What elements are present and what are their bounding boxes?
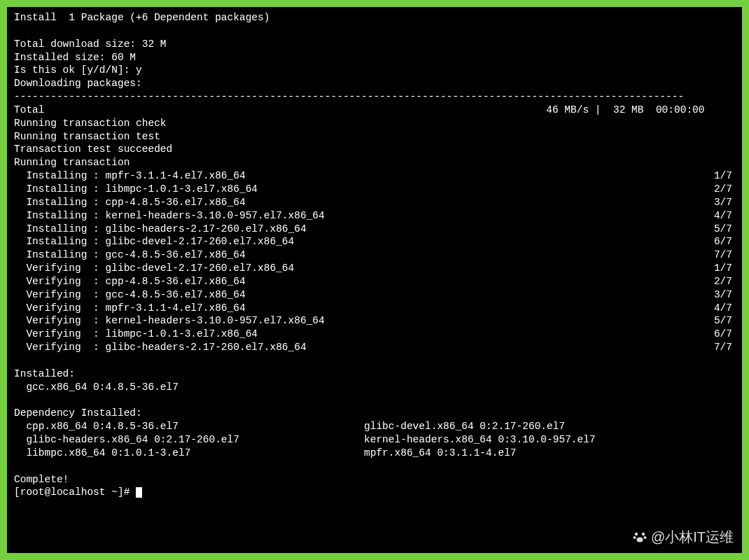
action-text: Installing : glibc-headers-2.17-260.el7.… [14,223,307,236]
dependency-row: cpp.x86_64 0:4.8.5-36.el7glibc-devel.x86… [14,420,735,433]
svg-point-0 [635,533,638,536]
running-transaction: Running transaction [14,156,735,169]
action-text: Verifying : mpfr-3.1.1-4.el7.x86_64 [14,302,246,315]
action-count: 4/7 [714,209,735,223]
terminal-window[interactable]: Install 1 Package (+6 Dependent packages… [7,7,742,553]
watermark: @小林IT运维 [631,528,734,546]
dependency-row: libmpc.x86_64 0:1.0.1-3.el7mpfr.x86_64 0… [14,447,735,460]
dependency-item: glibc-devel.x86_64 0:2.17-260.el7 [364,420,735,433]
action-count: 3/7 [714,196,735,209]
installed-item: gcc.x86_64 0:4.8.5-36.el7 [14,381,735,394]
actions-list: Installing : mpfr-3.1.1-4.el7.x86_641/7 … [14,169,735,354]
action-row: Verifying : libmpc-1.0.1-3.el7.x86_646/7 [14,328,735,341]
transaction-check: Running transaction check [14,117,735,130]
dependency-header: Dependency Installed: [14,407,735,420]
action-text: Verifying : cpp-4.8.5-36.el7.x86_64 [14,275,246,288]
total-line: Total 46 MB/s | 32 MB 00:00:00 [14,104,735,117]
action-text: Installing : libmpc-1.0.1-3.el7.x86_64 [14,183,258,196]
action-count: 3/7 [714,288,735,302]
blank-line [14,24,735,38]
complete-line: Complete! [14,473,735,486]
action-row: Installing : gcc-4.8.5-36.el7.x86_647/7 [14,248,735,262]
action-row: Verifying : gcc-4.8.5-36.el7.x86_643/7 [14,288,735,302]
dependency-item: cpp.x86_64 0:4.8.5-36.el7 [14,420,364,433]
dependency-item: mpfr.x86_64 0:3.1.1-4.el7 [364,447,735,460]
action-text: Installing : gcc-4.8.5-36.el7.x86_64 [14,248,246,262]
action-row: Verifying : glibc-headers-2.17-260.el7.x… [14,341,735,354]
action-count: 5/7 [714,223,735,236]
download-size: Total download size: 32 M [14,38,735,51]
action-text: Installing : kernel-headers-3.10.0-957.e… [14,209,325,223]
total-label: Total [14,104,45,117]
svg-point-3 [643,536,646,539]
dependency-item: glibc-headers.x86_64 0:2.17-260.el7 [14,433,364,447]
downloading-packages: Downloading packages: [14,77,735,90]
divider-line: ----------------------------------------… [14,90,735,104]
watermark-text: @小林IT运维 [651,528,734,546]
paw-icon [631,528,648,545]
action-count: 7/7 [714,341,735,354]
action-row: Installing : libmpc-1.0.1-3.el7.x86_642/… [14,183,735,196]
action-text: Verifying : libmpc-1.0.1-3.el7.x86_64 [14,328,258,341]
action-text: Verifying : kernel-headers-3.10.0-957.el… [14,314,325,328]
prompt-text: [root@localhost ~]# [14,486,136,498]
blank-line [14,460,735,473]
svg-point-1 [642,533,645,536]
action-text: Verifying : glibc-devel-2.17-260.el7.x86… [14,262,294,275]
dependency-row: glibc-headers.x86_64 0:2.17-260.el7kerne… [14,433,735,447]
dependency-item: kernel-headers.x86_64 0:3.10.0-957.el7 [364,433,735,447]
action-text: Installing : glibc-devel-2.17-260.el7.x8… [14,235,294,248]
action-count: 2/7 [714,275,735,288]
confirm-prompt: Is this ok [y/d/N]: y [14,64,735,77]
install-summary: Install 1 Package (+6 Dependent packages… [14,11,735,24]
action-row: Installing : mpfr-3.1.1-4.el7.x86_641/7 [14,169,735,183]
dependency-item: libmpc.x86_64 0:1.0.1-3.el7 [14,447,364,460]
svg-point-2 [633,536,636,539]
total-speed: 46 MB/s | 32 MB 00:00:00 [546,104,735,117]
prompt-line[interactable]: [root@localhost ~]# [14,486,735,499]
action-row: Verifying : cpp-4.8.5-36.el7.x86_642/7 [14,275,735,288]
installed-size: Installed size: 60 M [14,51,735,64]
action-count: 2/7 [714,183,735,196]
action-count: 5/7 [714,314,735,328]
dependency-grid: cpp.x86_64 0:4.8.5-36.el7glibc-devel.x86… [14,420,735,460]
action-text: Verifying : glibc-headers-2.17-260.el7.x… [14,341,307,354]
transaction-succeeded: Transaction test succeeded [14,143,735,156]
action-count: 4/7 [714,302,735,315]
action-row: Installing : cpp-4.8.5-36.el7.x86_643/7 [14,196,735,209]
action-text: Installing : mpfr-3.1.1-4.el7.x86_64 [14,169,246,183]
action-row: Installing : glibc-headers-2.17-260.el7.… [14,223,735,236]
action-count: 1/7 [714,262,735,275]
action-row: Verifying : glibc-devel-2.17-260.el7.x86… [14,262,735,275]
action-row: Installing : glibc-devel-2.17-260.el7.x8… [14,235,735,248]
blank-line [14,354,735,368]
action-text: Installing : cpp-4.8.5-36.el7.x86_64 [14,196,246,209]
action-count: 7/7 [714,248,735,262]
installed-header: Installed: [14,368,735,381]
action-row: Verifying : mpfr-3.1.1-4.el7.x86_644/7 [14,302,735,315]
svg-point-4 [636,538,643,542]
action-count: 6/7 [714,235,735,248]
action-row: Verifying : kernel-headers-3.10.0-957.el… [14,314,735,328]
action-count: 6/7 [714,328,735,341]
action-row: Installing : kernel-headers-3.10.0-957.e… [14,209,735,223]
cursor [136,487,142,498]
blank-line [14,393,735,407]
action-count: 1/7 [714,169,735,183]
transaction-test: Running transaction test [14,130,735,144]
action-text: Verifying : gcc-4.8.5-36.el7.x86_64 [14,288,246,302]
